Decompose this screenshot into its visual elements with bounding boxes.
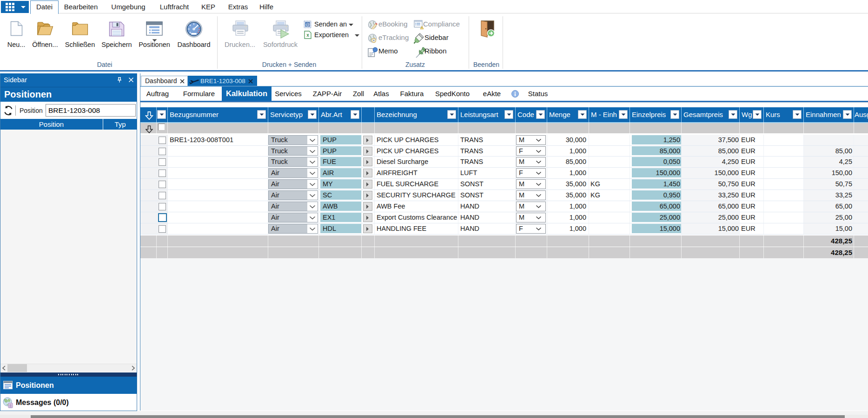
svg-text:@: @ (305, 22, 310, 27)
svg-text:x: x (306, 33, 309, 38)
